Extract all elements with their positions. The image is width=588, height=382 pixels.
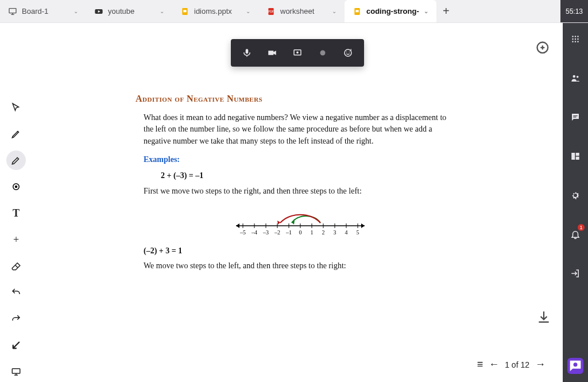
svg-rect-3 — [183, 10, 186, 12]
doc-equation-2: (–2) + 3 = 1 — [144, 245, 457, 257]
pdf-icon: PDF — [266, 7, 276, 16]
svg-text:1: 1 — [311, 229, 314, 236]
download-button[interactable] — [536, 310, 551, 325]
canvas-area[interactable]: Addition of Negative Numbers What does i… — [32, 23, 563, 382]
svg-point-44 — [572, 38, 573, 40]
emoji-button[interactable] — [335, 41, 361, 64]
svg-text:–2: –2 — [274, 229, 280, 236]
pager-prev-button[interactable]: ← — [489, 358, 499, 371]
tab-label: youtube — [108, 7, 134, 16]
svg-point-42 — [575, 36, 576, 37]
pager-text: 1 of 12 — [505, 360, 529, 369]
settings-button[interactable] — [567, 187, 583, 203]
notifications-badge: 1 — [578, 224, 585, 231]
mic-button[interactable] — [234, 41, 260, 64]
number-line-figure: –5 –4 –3 –2 –1 0 1 2 3 4 5 — [144, 203, 457, 237]
tool-select[interactable] — [6, 98, 26, 117]
tab-label: coding-strong- — [366, 7, 419, 16]
tab-label: Board-1 — [22, 7, 48, 16]
document-content: Addition of Negative Numbers What does i… — [136, 92, 457, 278]
tool-pen[interactable] — [6, 151, 26, 170]
tab-youtube[interactable]: youtube ⌄ — [86, 0, 172, 22]
tab-add-button[interactable]: + — [436, 0, 456, 22]
svg-point-49 — [577, 41, 578, 42]
participants-button[interactable] — [567, 70, 583, 86]
svg-point-43 — [577, 36, 578, 37]
svg-point-51 — [577, 76, 579, 78]
tool-undo[interactable] — [6, 283, 26, 302]
screenshare-button[interactable] — [285, 41, 310, 64]
svg-rect-7 — [355, 10, 358, 12]
svg-point-47 — [572, 41, 573, 42]
zoom-in-button[interactable] — [535, 40, 551, 56]
svg-rect-56 — [576, 157, 579, 160]
exit-button[interactable] — [567, 265, 583, 281]
camera-button[interactable] — [260, 41, 285, 64]
presentation-icon — [8, 7, 17, 16]
svg-point-14 — [345, 49, 351, 56]
svg-point-13 — [320, 51, 326, 56]
tool-eraser[interactable] — [6, 256, 26, 276]
tool-text[interactable]: T — [6, 203, 26, 223]
svg-rect-10 — [12, 369, 20, 373]
tool-color[interactable] — [6, 177, 26, 196]
svg-point-50 — [573, 75, 576, 78]
doc-equation-1: 2 + (–3) = –1 — [161, 170, 457, 182]
left-toolbar: T + — [0, 23, 32, 382]
svg-text:–1: –1 — [285, 229, 292, 236]
chevron-down-icon: ⌄ — [424, 8, 428, 14]
pager-next-button[interactable]: → — [535, 358, 546, 371]
youtube-icon — [94, 7, 103, 16]
tab-board[interactable]: Board-1 ⌄ — [0, 0, 86, 22]
pager-menu-icon[interactable]: ≡ — [477, 358, 483, 371]
svg-text:5: 5 — [357, 229, 359, 236]
doc-step-1: First we move two steps to the right, an… — [144, 186, 457, 197]
page-navigator: ≡ ← 1 of 12 → — [477, 358, 546, 371]
svg-text:4: 4 — [345, 229, 348, 236]
right-rail: 1 — [563, 23, 588, 382]
svg-text:–5: –5 — [239, 229, 246, 236]
slides-icon — [180, 7, 189, 16]
tool-redo[interactable] — [6, 309, 26, 329]
chat-button[interactable] — [567, 109, 583, 125]
svg-rect-54 — [571, 153, 575, 160]
tool-pointer-arrow[interactable] — [6, 335, 26, 355]
chevron-down-icon: ⌄ — [246, 8, 250, 14]
notifications-button[interactable]: 1 — [567, 226, 583, 242]
svg-rect-55 — [576, 153, 579, 156]
doc-title: Addition of Negative Numbers — [136, 92, 457, 105]
svg-point-12 — [297, 52, 298, 53]
tab-coding-strong[interactable]: coding-strong- ⌄ — [345, 0, 436, 22]
chevron-down-icon: ⌄ — [160, 8, 164, 14]
doc-examples-label: Examples: — [144, 154, 457, 165]
doc-intro: What does it mean to add negative number… — [144, 112, 457, 147]
tab-idioms[interactable]: idioms.pptx ⌄ — [172, 0, 258, 22]
svg-rect-53 — [573, 117, 576, 117]
layout-button[interactable] — [567, 148, 583, 164]
tool-present[interactable] — [6, 362, 26, 381]
svg-point-9 — [15, 186, 18, 188]
svg-point-57 — [574, 362, 578, 366]
tool-pencil[interactable] — [6, 124, 26, 144]
chevron-down-icon: ⌄ — [74, 8, 78, 14]
svg-rect-0 — [9, 8, 16, 13]
help-button[interactable] — [567, 358, 583, 374]
svg-point-15 — [346, 52, 347, 53]
chevron-down-icon: ⌄ — [332, 8, 336, 14]
tool-add[interactable]: + — [6, 230, 26, 249]
svg-point-48 — [575, 41, 576, 42]
svg-text:2: 2 — [322, 229, 325, 236]
doc-step-2: We move two steps to the left, and then … — [144, 260, 457, 272]
svg-point-41 — [572, 36, 573, 37]
tab-worksheet[interactable]: PDF worksheet ⌄ — [258, 0, 345, 22]
svg-text:–4: –4 — [251, 229, 257, 236]
svg-rect-52 — [573, 115, 578, 116]
svg-point-45 — [575, 38, 576, 40]
record-button[interactable] — [310, 41, 335, 64]
tab-bar: Board-1 ⌄ youtube ⌄ idioms.pptx ⌄ PDF wo… — [0, 0, 588, 23]
tab-label: idioms.pptx — [194, 7, 232, 16]
tab-label: worksheet — [280, 7, 314, 16]
apps-grid-button[interactable] — [567, 31, 583, 47]
svg-text:PDF: PDF — [268, 10, 273, 13]
svg-point-16 — [349, 52, 350, 53]
